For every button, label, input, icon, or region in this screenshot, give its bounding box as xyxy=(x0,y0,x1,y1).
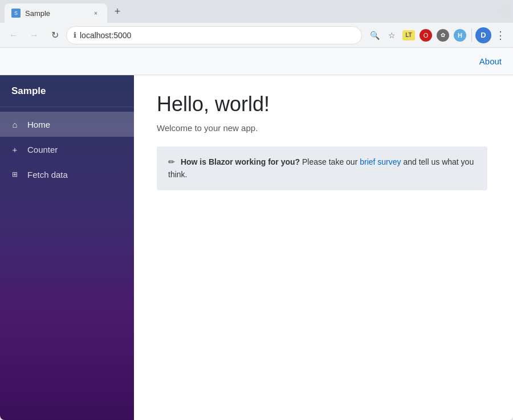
sidebar-item-counter[interactable]: + Counter xyxy=(0,137,134,162)
opera-icon-button[interactable]: O xyxy=(418,27,434,43)
more-options-button[interactable]: ⋮ xyxy=(492,27,508,43)
ext-icon-button[interactable]: ✿ xyxy=(435,27,451,43)
page-subtext: Welcome to your new app. xyxy=(157,123,490,133)
new-tab-button[interactable]: + xyxy=(109,3,125,19)
tab-close-button[interactable]: × xyxy=(91,9,100,18)
sidebar-item-home-label: Home xyxy=(27,120,50,129)
survey-link[interactable]: brief survey xyxy=(360,157,401,166)
survey-pre-text: Please take our xyxy=(300,157,360,166)
fetch-data-icon: ⊞ xyxy=(9,170,21,178)
active-tab[interactable]: S Sample × xyxy=(5,3,107,23)
tab-area: S Sample × + xyxy=(5,0,496,23)
counter-icon: + xyxy=(9,145,21,154)
lt-icon-button[interactable]: LT xyxy=(401,27,417,43)
sidebar-item-fetch-data-label: Fetch data xyxy=(27,170,68,180)
pencil-icon: ✏ xyxy=(168,156,175,168)
browser-window: S Sample × + × ← → ↻ ℹ localhost:5000 xyxy=(0,0,513,420)
address-text: localhost:5000 xyxy=(80,31,355,40)
toolbar-icons: 🔍 ☆ LT O ✿ H D ⋮ xyxy=(367,27,508,43)
toolbar-separator xyxy=(471,28,472,42)
forward-button[interactable]: → xyxy=(25,26,43,44)
survey-bold-text: How is Blazor working for you? xyxy=(181,157,300,166)
window-close-button[interactable]: × xyxy=(500,7,508,15)
window-controls: × xyxy=(500,7,508,15)
address-info-icon: ℹ xyxy=(74,31,76,39)
reload-button[interactable]: ↻ xyxy=(46,26,64,44)
title-bar: S Sample × + × xyxy=(0,0,513,23)
browser-toolbar: ← → ↻ ℹ localhost:5000 🔍 ☆ LT O ✿ H xyxy=(0,23,513,48)
bookmark-icon-button[interactable]: ☆ xyxy=(384,27,400,43)
survey-text: ✏ How is Blazor working for you? Please … xyxy=(168,156,476,181)
app-frame: About Sample ⌂ Home + Counter ⊞ xyxy=(0,48,513,420)
lt-icon: LT xyxy=(402,30,415,40)
survey-box: ✏ How is Blazor working for you? Please … xyxy=(157,146,487,190)
avatar-button[interactable]: D xyxy=(475,27,491,43)
sidebar-item-fetch-data[interactable]: ⊞ Fetch data xyxy=(0,162,134,187)
app-header: About xyxy=(0,48,513,75)
opera-icon: O xyxy=(420,29,432,42)
sidebar: Sample ⌂ Home + Counter ⊞ Fetch data xyxy=(0,75,134,420)
sidebar-nav: ⌂ Home + Counter ⊞ Fetch data xyxy=(0,107,134,191)
tab-title: Sample xyxy=(25,9,87,18)
sidebar-item-home[interactable]: ⌂ Home xyxy=(0,112,134,137)
h-icon-button[interactable]: H xyxy=(452,27,468,43)
app-body: Sample ⌂ Home + Counter ⊞ Fetch data xyxy=(0,75,513,420)
sidebar-item-counter-label: Counter xyxy=(27,145,58,154)
back-button[interactable]: ← xyxy=(5,26,23,44)
about-link[interactable]: About xyxy=(479,56,502,66)
search-icon-button[interactable]: 🔍 xyxy=(367,27,382,43)
ext-icon: ✿ xyxy=(437,29,449,42)
address-bar[interactable]: ℹ localhost:5000 xyxy=(66,26,362,44)
sidebar-brand: Sample xyxy=(0,75,134,107)
page-heading: Hello, world! xyxy=(157,92,490,116)
tab-favicon: S xyxy=(11,9,21,18)
home-icon: ⌂ xyxy=(9,120,21,129)
main-content: Hello, world! Welcome to your new app. ✏… xyxy=(134,75,513,420)
h-icon: H xyxy=(454,29,466,42)
